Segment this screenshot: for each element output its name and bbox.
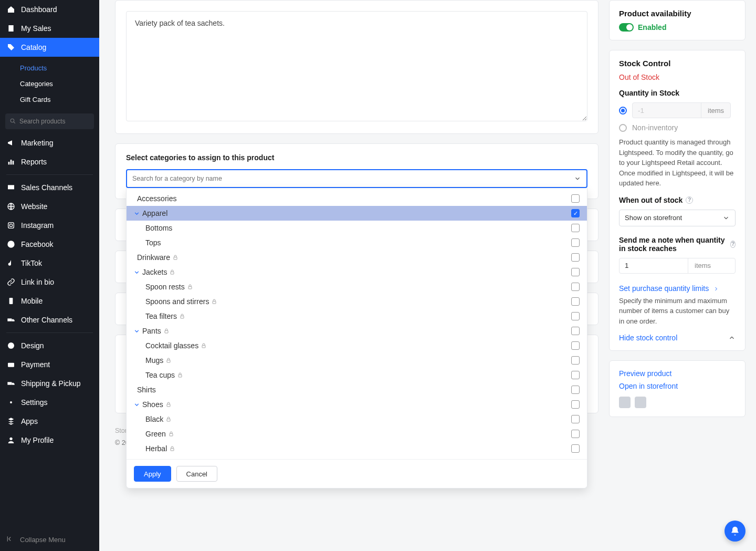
category-row[interactable]: Drinkware: [127, 250, 587, 265]
category-row[interactable]: Accessories: [127, 191, 587, 206]
noninventory-row[interactable]: Non-inventory: [619, 123, 736, 132]
category-row[interactable]: Tops: [127, 235, 587, 250]
nav-mobile[interactable]: Mobile: [0, 292, 99, 310]
svg-rect-22: [165, 331, 168, 334]
facebook-share-icon[interactable]: [619, 397, 631, 408]
expand-icon[interactable]: [132, 269, 141, 276]
help-icon[interactable]: ?: [686, 196, 693, 204]
category-checkbox[interactable]: [571, 327, 580, 335]
category-checkbox[interactable]: [571, 356, 580, 365]
nav-apps[interactable]: Apps: [0, 412, 99, 431]
cancel-button[interactable]: Cancel: [176, 466, 217, 482]
svg-rect-20: [213, 302, 216, 304]
note-input[interactable]: [620, 258, 688, 273]
availability-toggle-row[interactable]: Enabled: [619, 23, 736, 32]
qty-radio-row[interactable]: items: [619, 102, 736, 118]
subnav-products[interactable]: Products: [0, 60, 99, 76]
category-checkbox[interactable]: [571, 297, 580, 306]
category-row[interactable]: Bottoms: [127, 221, 587, 235]
purchase-limits-link[interactable]: Set purchase quantity limits: [619, 284, 719, 293]
category-checkbox[interactable]: [571, 341, 580, 350]
notifications-fab[interactable]: [724, 521, 746, 542]
category-checkbox[interactable]: [571, 224, 580, 232]
category-checkbox[interactable]: [571, 371, 580, 379]
nav-dashboard[interactable]: Dashboard: [0, 0, 99, 19]
radio-off-icon[interactable]: [619, 124, 627, 132]
nav-catalog[interactable]: Catalog: [0, 38, 99, 57]
category-checkbox[interactable]: [571, 283, 580, 291]
category-label: Spoon rests: [145, 283, 571, 291]
apply-button[interactable]: Apply: [134, 466, 171, 482]
nav-facebook[interactable]: Facebook: [0, 235, 99, 254]
category-row[interactable]: Mugs: [127, 353, 587, 368]
category-checkbox[interactable]: [571, 253, 580, 262]
hide-stock-row[interactable]: Hide stock control: [619, 334, 736, 342]
svg-rect-13: [8, 363, 14, 367]
category-row[interactable]: Shirts: [127, 382, 587, 397]
category-row[interactable]: Black: [127, 412, 587, 427]
category-checkbox[interactable]: [571, 430, 580, 438]
category-checkbox[interactable]: [571, 415, 580, 423]
nav-myprofile[interactable]: My Profile: [0, 431, 99, 450]
nav-instagram[interactable]: Instagram: [0, 216, 99, 235]
hide-stock-link[interactable]: Hide stock control: [619, 334, 677, 342]
sidebar-search[interactable]: [5, 113, 94, 129]
category-checkbox[interactable]: [571, 238, 580, 247]
category-label: Jackets: [142, 268, 571, 276]
limits-label: Set purchase quantity limits: [619, 284, 709, 293]
category-checkbox[interactable]: [571, 194, 580, 203]
category-checkbox[interactable]: [571, 312, 580, 320]
category-row[interactable]: Spoon rests: [127, 279, 587, 294]
category-checkbox[interactable]: [571, 444, 580, 453]
svg-point-15: [10, 401, 12, 403]
nav-tiktok[interactable]: TikTok: [0, 254, 99, 273]
nav-design[interactable]: Design: [0, 336, 99, 355]
subnav-giftcards[interactable]: Gift Cards: [0, 91, 99, 107]
help-icon[interactable]: ?: [730, 241, 736, 248]
toggle-on-icon[interactable]: [619, 23, 634, 32]
category-row[interactable]: Jackets: [127, 265, 587, 279]
category-row[interactable]: Pants: [127, 324, 587, 338]
category-checkbox[interactable]: [571, 209, 580, 217]
expand-icon[interactable]: [132, 328, 141, 335]
sidebar-search-input[interactable]: [19, 118, 90, 125]
qty-input[interactable]: [633, 103, 701, 118]
category-list[interactable]: AccessoriesApparelBottomsTopsDrinkwareJa…: [127, 188, 587, 459]
collapse-menu[interactable]: Collapse Menu: [0, 529, 99, 551]
when-out-select[interactable]: Show on storefront: [619, 210, 736, 226]
category-row[interactable]: Tea cups: [127, 368, 587, 382]
nav-marketing[interactable]: Marketing: [0, 133, 99, 152]
nav-settings[interactable]: Settings: [0, 393, 99, 412]
category-row[interactable]: Spoons and stirrers: [127, 294, 587, 309]
nav-linkinbio[interactable]: Link in bio: [0, 273, 99, 292]
twitter-share-icon[interactable]: [635, 397, 646, 408]
radio-on-icon[interactable]: [619, 107, 627, 115]
category-row[interactable]: Herbal: [127, 441, 587, 456]
category-search-input[interactable]: [132, 175, 574, 182]
nav-mysales[interactable]: My Sales: [0, 19, 99, 38]
category-row[interactable]: Tea filters: [127, 309, 587, 324]
noninventory-label: Non-inventory: [632, 123, 678, 132]
category-row[interactable]: Shoes: [127, 397, 587, 412]
category-search[interactable]: [126, 169, 587, 188]
category-row[interactable]: Green: [127, 427, 587, 441]
when-out-value: Show on storefront: [625, 214, 682, 222]
svg-rect-26: [167, 404, 170, 407]
expand-icon[interactable]: [132, 210, 141, 217]
preview-product-link[interactable]: Preview product: [619, 369, 671, 378]
nav-website[interactable]: Website: [0, 197, 99, 216]
nav-saleschannels[interactable]: Sales Channels: [0, 178, 99, 197]
expand-icon[interactable]: [132, 401, 141, 408]
nav-reports[interactable]: Reports: [0, 152, 99, 171]
open-storefront-link[interactable]: Open in storefront: [619, 382, 678, 390]
nav-payment[interactable]: Payment: [0, 355, 99, 374]
category-checkbox[interactable]: [571, 386, 580, 394]
category-row[interactable]: Apparel: [127, 206, 587, 221]
nav-otherchannels[interactable]: Other Channels: [0, 310, 99, 329]
category-checkbox[interactable]: [571, 268, 580, 276]
nav-shipping[interactable]: Shipping & Pickup: [0, 374, 99, 393]
category-row[interactable]: Cocktail glasses: [127, 338, 587, 353]
description-textarea[interactable]: [126, 11, 587, 121]
subnav-categories[interactable]: Categories: [0, 76, 99, 91]
category-checkbox[interactable]: [571, 400, 580, 409]
